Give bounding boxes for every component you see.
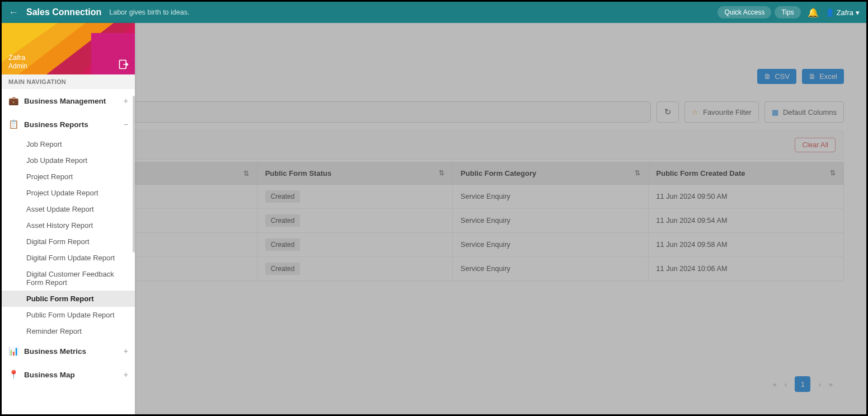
page-last-button[interactable]: »: [829, 380, 833, 389]
sidebar: Zafra Admin MAIN NAVIGATION 💼Business Ma…: [2, 23, 135, 414]
cell-date: 11 Jun 2024 09:58 AM: [648, 233, 843, 257]
cell-date: 11 Jun 2024 10:06 AM: [648, 257, 843, 281]
cell-category: Service Enquiry: [453, 209, 648, 233]
nav-item-project-report[interactable]: Project Report: [2, 169, 135, 185]
table-row[interactable]: CreatedService Enquiry11 Jun 2024 09:50 …: [29, 185, 844, 209]
bar-chart-icon: 📊: [8, 346, 18, 356]
export-excel-button[interactable]: 🗎 Excel: [802, 69, 844, 84]
table-row[interactable]: CreatedService Enquiry11 Jun 2024 09:58 …: [29, 233, 844, 257]
nav-item-digital-customer-feedback-form-report[interactable]: Digital Customer Feedback Form Report: [2, 266, 135, 291]
clear-all-button[interactable]: Clear All: [795, 138, 836, 152]
nav-item-asset-update-report[interactable]: Asset Update Report: [2, 201, 135, 217]
briefcase-icon: 💼: [8, 96, 18, 106]
nav-item-public-form-update-report[interactable]: Public Form Update Report: [2, 307, 135, 323]
logout-icon[interactable]: [118, 59, 129, 70]
cell-category: Service Enquiry: [453, 257, 648, 281]
user-menu[interactable]: 👤 Zafra ▾: [825, 8, 860, 17]
col-header-category[interactable]: Public Form Category ⇅: [453, 162, 648, 185]
nav-group-label: Business Metrics: [24, 347, 86, 356]
refresh-icon: ↻: [664, 107, 672, 117]
plus-icon: +: [124, 370, 128, 379]
page-next-button[interactable]: ›: [818, 380, 820, 389]
user-name: Zafra: [837, 8, 853, 17]
favourite-filter-button[interactable]: ☆ Favourite Filter: [684, 101, 759, 123]
cell-category: Service Enquiry: [453, 233, 648, 257]
clipboard-icon: 📋: [8, 119, 18, 129]
map-pin-icon: 📍: [8, 370, 18, 380]
bell-icon[interactable]: 🔔: [808, 7, 819, 18]
sort-icon: ⇅: [830, 169, 836, 177]
back-icon[interactable]: ←: [8, 7, 18, 18]
status-badge: Created: [265, 263, 301, 275]
nav-group-label: Business Reports: [24, 120, 88, 129]
quick-access-button[interactable]: Quick Access: [717, 6, 771, 18]
col-header-date[interactable]: Public Form Created Date ⇅: [648, 162, 843, 185]
col-header-status[interactable]: Public Form Status ⇅: [257, 162, 452, 185]
columns-icon: ▦: [772, 108, 778, 116]
user-icon: 👤: [825, 8, 834, 17]
chevron-down-icon: ▾: [856, 8, 860, 17]
nav-item-project-update-report[interactable]: Project Update Report: [2, 185, 135, 201]
nav-item-public-form-report[interactable]: Public Form Report: [2, 291, 135, 307]
cell-date: 11 Jun 2024 09:54 AM: [648, 209, 843, 233]
cell-category: Service Enquiry: [453, 185, 648, 209]
star-icon: ☆: [692, 108, 698, 116]
nav-item-reminder-report[interactable]: Reminder Report: [2, 323, 135, 339]
table-row[interactable]: CreatedService Enquiry11 Jun 2024 10:06 …: [29, 257, 844, 281]
sidebar-user-role: Admin: [8, 62, 27, 70]
app-brand: Sales Connection: [26, 7, 101, 17]
cell-date: 11 Jun 2024 09:50 AM: [648, 185, 843, 209]
file-icon: 🗎: [764, 72, 771, 81]
sort-icon: ⇅: [635, 169, 640, 177]
sidebar-user-name: Zafra: [8, 53, 27, 62]
status-badge: Created: [265, 239, 301, 251]
filter-chip-bar: ✕ Clear All: [29, 130, 844, 160]
export-csv-button[interactable]: 🗎 CSV: [757, 69, 796, 84]
nav-item-digital-form-report[interactable]: Digital Form Report: [2, 233, 135, 250]
nav-group-business-metrics[interactable]: 📊Business Metrics+: [2, 339, 135, 363]
nav-group-business-reports[interactable]: 📋Business Reports−: [2, 113, 135, 136]
export-csv-label: CSV: [775, 72, 790, 81]
nav-group-business-management[interactable]: 💼Business Management+: [2, 89, 135, 113]
report-table: ⇅ Public Form Status ⇅ Public Form Categ…: [29, 162, 844, 281]
minus-icon: −: [124, 120, 128, 129]
plus-icon: +: [124, 96, 128, 105]
nav-title: MAIN NAVIGATION: [2, 74, 135, 89]
default-columns-label: Default Columns: [783, 108, 837, 116]
sort-icon: ⇅: [243, 170, 249, 177]
nav-item-digital-form-update-report[interactable]: Digital Form Update Report: [2, 250, 135, 266]
export-excel-label: Excel: [819, 72, 837, 81]
nav-item-job-update-report[interactable]: Job Update Report: [2, 152, 135, 169]
page-prev-button[interactable]: ‹: [785, 380, 787, 389]
plus-icon: +: [124, 347, 128, 356]
nav-group-label: Business Management: [24, 97, 106, 105]
status-badge: Created: [265, 190, 301, 203]
refresh-button[interactable]: ↻: [656, 101, 679, 123]
default-columns-button[interactable]: ▦ Default Columns: [764, 101, 844, 123]
nav-item-asset-history-report[interactable]: Asset History Report: [2, 217, 135, 233]
nav-scroll[interactable]: 💼Business Management+📋Business Reports−J…: [2, 89, 135, 412]
scrollbar-indicator: [133, 96, 135, 253]
top-bar: ← Sales Connection Labor gives birth to …: [2, 2, 866, 23]
favourite-filter-label: Favourite Filter: [703, 108, 752, 116]
nav-group-label: Business Map: [24, 371, 75, 379]
status-badge: Created: [265, 214, 301, 227]
tips-button[interactable]: Tips: [775, 6, 800, 18]
table-row[interactable]: CreatedService Enquiry11 Jun 2024 09:54 …: [29, 209, 844, 233]
nav-item-job-report[interactable]: Job Report: [2, 136, 135, 152]
sidebar-header: Zafra Admin: [2, 23, 135, 74]
page-current[interactable]: 1: [795, 376, 810, 392]
pagination: « ‹ 1 › »: [773, 376, 833, 392]
sort-icon: ⇅: [439, 169, 444, 177]
tagline: Labor gives birth to ideas.: [109, 8, 189, 16]
nav-group-business-map[interactable]: 📍Business Map+: [2, 363, 135, 386]
page-first-button[interactable]: «: [773, 380, 777, 389]
file-icon: 🗎: [809, 72, 816, 81]
